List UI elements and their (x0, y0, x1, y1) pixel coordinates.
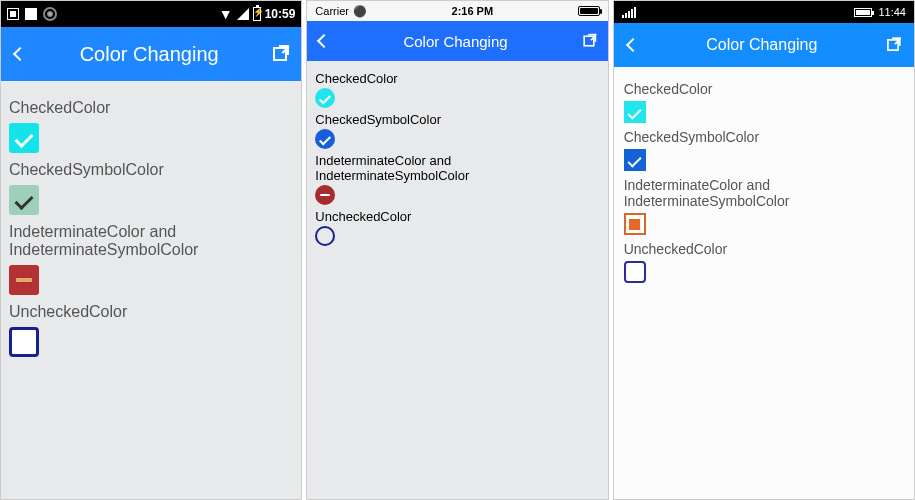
label-symbol: CheckedSymbolColor (9, 161, 293, 179)
notification-icon-2 (25, 8, 37, 20)
battery-icon (253, 7, 261, 21)
uwp-phone: 11:44 Color Changing CheckedColor Checke… (613, 0, 915, 500)
ios-phone: Carrier ⚫ 2:16 PM Color Changing Checked… (306, 0, 608, 500)
checkbox-indeterminate[interactable] (624, 213, 646, 235)
signal-icon (237, 8, 249, 20)
label-checked: CheckedColor (624, 81, 904, 97)
page-title: Color Changing (329, 33, 581, 50)
ios-statusbar: Carrier ⚫ 2:16 PM (307, 1, 607, 21)
checkbox-indeterminate[interactable] (315, 185, 335, 205)
signal-icon (622, 7, 636, 18)
checkbox-checked[interactable] (624, 101, 646, 123)
checkbox-checked[interactable] (315, 88, 335, 108)
checkbox-indeterminate[interactable] (9, 265, 39, 295)
checkbox-symbol[interactable] (624, 149, 646, 171)
android-content: CheckedColor CheckedSymbolColor Indeterm… (1, 81, 301, 367)
notification-icon-3 (43, 7, 57, 21)
battery-icon (854, 8, 872, 17)
checkbox-unchecked[interactable] (9, 327, 39, 357)
label-unchecked: UncheckedColor (624, 241, 904, 257)
clock: 2:16 PM (367, 5, 578, 17)
checkbox-symbol[interactable] (9, 185, 39, 215)
label-unchecked: UncheckedColor (315, 209, 599, 224)
label-symbol: CheckedSymbolColor (624, 129, 904, 145)
checkbox-unchecked[interactable] (315, 226, 335, 246)
label-indeterminate: IndeterminateColor and IndeterminateSymb… (624, 177, 904, 209)
android-phone: ▼ 10:59 Color Changing CheckedColor Chec… (0, 0, 302, 500)
label-checked: CheckedColor (315, 71, 599, 86)
uwp-statusbar: 11:44 (614, 1, 914, 23)
checkbox-unchecked[interactable] (624, 261, 646, 283)
wifi-icon: ▼ (219, 6, 233, 22)
external-link-icon[interactable] (273, 47, 287, 61)
carrier-label: Carrier (315, 5, 349, 17)
label-unchecked: UncheckedColor (9, 303, 293, 321)
battery-icon (578, 6, 600, 16)
uwp-appbar: Color Changing (614, 23, 914, 67)
external-link-icon[interactable] (887, 39, 899, 51)
label-checked: CheckedColor (9, 99, 293, 117)
clock: 10:59 (265, 7, 296, 21)
external-link-icon[interactable] (583, 35, 594, 46)
checkbox-checked[interactable] (9, 123, 39, 153)
ios-appbar: Color Changing (307, 21, 607, 61)
label-indeterminate: IndeterminateColor and IndeterminateSymb… (315, 153, 599, 183)
wifi-icon: ⚫ (353, 5, 367, 18)
android-appbar: Color Changing (1, 27, 301, 81)
label-indeterminate: IndeterminateColor and IndeterminateSymb… (9, 223, 293, 259)
checkbox-symbol[interactable] (315, 129, 335, 149)
ios-content: CheckedColor CheckedSymbolColor Indeterm… (307, 61, 607, 254)
notification-icon-1 (7, 8, 19, 20)
page-title: Color Changing (25, 43, 273, 66)
uwp-content: CheckedColor CheckedSymbolColor Indeterm… (614, 67, 914, 499)
label-symbol: CheckedSymbolColor (315, 112, 599, 127)
page-title: Color Changing (638, 36, 886, 54)
clock: 11:44 (878, 6, 906, 18)
android-statusbar: ▼ 10:59 (1, 1, 301, 27)
